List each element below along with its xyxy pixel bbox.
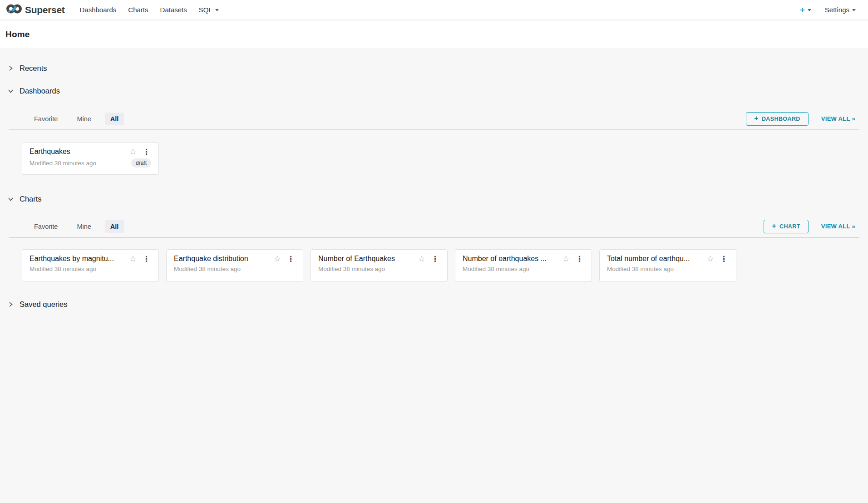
favorite-star-icon[interactable]: ☆	[129, 148, 137, 156]
charts-view-all-link[interactable]: VIEW ALL »	[821, 223, 855, 230]
card-header: Number of earthquakes ... ☆ ⋮	[463, 255, 584, 263]
nav-dashboards[interactable]: Dashboards	[74, 0, 122, 20]
favorite-star-icon[interactable]: ☆	[274, 255, 281, 263]
tab-all[interactable]: All	[105, 113, 124, 125]
caret-down-icon	[852, 9, 856, 11]
chart-card-title[interactable]: Number of earthquakes ...	[463, 255, 559, 263]
nav-charts[interactable]: Charts	[122, 0, 154, 20]
chart-card[interactable]: Number of Earthquakes ☆ ⋮ Modified 38 mi…	[311, 249, 448, 282]
page-header: Home	[0, 20, 868, 48]
card-header: Number of Earthquakes ☆ ⋮	[318, 255, 440, 263]
favorite-star-icon[interactable]: ☆	[418, 255, 425, 263]
card-footer: Modified 38 minutes ago	[318, 266, 440, 272]
kebab-menu-icon[interactable]: ⋮	[575, 255, 584, 263]
plus-icon: +	[754, 115, 759, 122]
chart-card[interactable]: Total number of earthqu... ☆ ⋮ Modified …	[599, 249, 736, 282]
charts-section-label: Charts	[20, 195, 42, 203]
chevron-down-icon	[8, 196, 14, 202]
charts-cards-row: Earthquakes by magnitu... ☆ ⋮ Modified 3…	[22, 249, 868, 282]
settings-menu[interactable]: Settings	[825, 6, 856, 14]
tab-mine[interactable]: Mine	[71, 220, 96, 233]
chart-card[interactable]: Earthquake distribution ☆ ⋮ Modified 38 …	[166, 249, 303, 282]
chevron-right-icon	[8, 65, 14, 71]
modified-timestamp: Modified 38 minutes ago	[30, 160, 96, 167]
chart-card[interactable]: Number of earthquakes ... ☆ ⋮ Modified 3…	[455, 249, 592, 282]
kebab-menu-icon[interactable]: ⋮	[142, 255, 151, 263]
card-header: Earthquakes by magnitu... ☆ ⋮	[30, 255, 151, 263]
recents-section-toggle[interactable]: Recents	[0, 59, 868, 77]
kebab-menu-icon[interactable]: ⋮	[719, 255, 729, 263]
charts-submenu: Favorite Mine All + CHART VIEW ALL »	[9, 216, 859, 238]
dashboards-section-toggle[interactable]: Dashboards	[0, 82, 868, 100]
brand-name: Superset	[25, 5, 64, 15]
saved-queries-section-toggle[interactable]: Saved queries	[0, 295, 868, 313]
new-dashboard-button[interactable]: + DASHBOARD	[746, 112, 809, 126]
kebab-menu-icon[interactable]: ⋮	[142, 148, 151, 156]
chart-card-title[interactable]: Total number of earthqu...	[607, 255, 703, 263]
dashboards-view-all-link[interactable]: VIEW ALL »	[821, 115, 855, 122]
card-actions: ☆ ⋮	[129, 255, 151, 263]
new-chart-button[interactable]: + CHART	[764, 220, 809, 233]
card-footer: Modified 38 minutes ago	[463, 266, 584, 272]
chart-card-title[interactable]: Earthquake distribution	[174, 255, 270, 263]
plus-icon: +	[772, 222, 776, 230]
card-footer: Modified 38 minutes ago	[607, 266, 729, 272]
card-actions: ☆ ⋮	[562, 255, 584, 263]
plus-icon: +	[800, 6, 805, 14]
nav-sql-label: SQL	[199, 6, 212, 14]
dashboards-submenu: Favorite Mine All + DASHBOARD VIEW ALL »	[9, 108, 859, 130]
navbar-right: + Settings	[800, 6, 856, 14]
favorite-star-icon[interactable]: ☆	[129, 255, 137, 263]
superset-infinity-icon	[6, 4, 22, 16]
card-actions: ☆ ⋮	[274, 255, 296, 263]
tab-all[interactable]: All	[105, 220, 124, 233]
modified-timestamp: Modified 38 minutes ago	[318, 266, 385, 272]
favorite-star-icon[interactable]: ☆	[707, 255, 714, 263]
dashboards-submenu-actions: + DASHBOARD VIEW ALL »	[746, 112, 855, 126]
top-navbar: Superset Dashboards Charts Datasets SQL …	[0, 0, 868, 20]
card-footer: Modified 38 minutes ago	[30, 266, 151, 272]
modified-timestamp: Modified 38 minutes ago	[607, 266, 674, 272]
card-header: Earthquakes ☆ ⋮	[30, 148, 151, 156]
dashboards-section-label: Dashboards	[20, 87, 60, 95]
card-header: Earthquake distribution ☆ ⋮	[174, 255, 296, 263]
nav-datasets[interactable]: Datasets	[154, 0, 193, 20]
draft-status-badge: draft	[131, 158, 151, 168]
charts-filter-tabs: Favorite Mine All	[29, 220, 124, 233]
favorite-star-icon[interactable]: ☆	[562, 255, 570, 263]
kebab-menu-icon[interactable]: ⋮	[430, 255, 440, 263]
caret-down-icon	[215, 9, 219, 11]
card-footer: Modified 38 minutes ago draft	[30, 158, 151, 168]
charts-section-toggle[interactable]: Charts	[0, 190, 868, 208]
modified-timestamp: Modified 38 minutes ago	[174, 266, 241, 272]
card-actions: ☆ ⋮	[129, 148, 151, 156]
home-content: Recents Dashboards Favorite Mine All + D…	[0, 48, 868, 503]
saved-queries-section-label: Saved queries	[20, 300, 68, 309]
page-title: Home	[5, 30, 30, 39]
modified-timestamp: Modified 38 minutes ago	[30, 266, 96, 272]
recents-section-label: Recents	[20, 64, 47, 73]
card-header: Total number of earthqu... ☆ ⋮	[607, 255, 729, 263]
new-chart-button-label: CHART	[779, 223, 800, 230]
chart-card-title[interactable]: Earthquakes by magnitu...	[30, 255, 126, 263]
dashboard-card[interactable]: Earthquakes ☆ ⋮ Modified 38 minutes ago …	[22, 142, 159, 175]
chart-card[interactable]: Earthquakes by magnitu... ☆ ⋮ Modified 3…	[22, 249, 159, 282]
modified-timestamp: Modified 38 minutes ago	[463, 266, 529, 272]
kebab-menu-icon[interactable]: ⋮	[286, 255, 296, 263]
settings-label: Settings	[825, 6, 849, 14]
nav-sql[interactable]: SQL	[193, 0, 225, 20]
card-actions: ☆ ⋮	[418, 255, 440, 263]
caret-down-icon	[808, 9, 811, 11]
chart-card-title[interactable]: Number of Earthquakes	[318, 255, 414, 263]
tab-favorite[interactable]: Favorite	[29, 220, 63, 233]
dashboard-card-title[interactable]: Earthquakes	[30, 148, 126, 156]
superset-logo[interactable]: Superset	[6, 4, 64, 16]
charts-submenu-actions: + CHART VIEW ALL »	[764, 220, 855, 233]
new-dashboard-button-label: DASHBOARD	[762, 116, 800, 122]
tab-favorite[interactable]: Favorite	[29, 113, 63, 125]
main-nav: Dashboards Charts Datasets SQL	[74, 0, 224, 20]
new-item-menu[interactable]: +	[800, 6, 811, 14]
dashboards-cards-row: Earthquakes ☆ ⋮ Modified 38 minutes ago …	[22, 142, 868, 175]
tab-mine[interactable]: Mine	[71, 113, 96, 125]
chevron-down-icon	[8, 88, 14, 94]
